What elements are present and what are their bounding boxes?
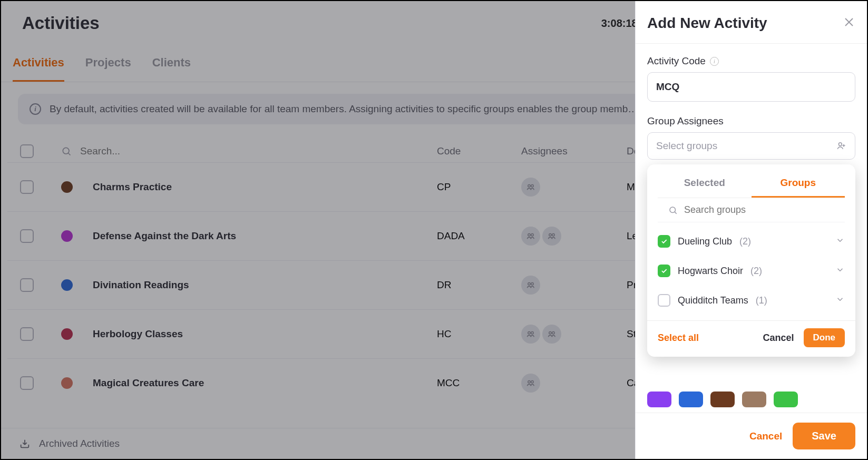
color-swatch[interactable] bbox=[774, 392, 798, 407]
panel-save-button[interactable]: Save bbox=[793, 423, 855, 449]
group-name: Quidditch Teams bbox=[678, 295, 748, 306]
color-swatch[interactable] bbox=[647, 392, 671, 407]
group-count: (2) bbox=[750, 266, 762, 277]
search-icon bbox=[668, 205, 678, 215]
group-select[interactable]: Select groups bbox=[647, 132, 855, 160]
group-checkbox[interactable] bbox=[658, 294, 670, 307]
dropdown-tab-groups[interactable]: Groups bbox=[752, 170, 845, 198]
panel-cancel-button[interactable]: Cancel bbox=[749, 430, 782, 442]
info-icon: i bbox=[710, 57, 719, 66]
group-checkbox[interactable] bbox=[658, 265, 670, 277]
chevron-down-icon[interactable] bbox=[835, 265, 845, 277]
add-activity-panel: Add New Activity Activity Code i Group A… bbox=[635, 1, 867, 459]
group-count: (2) bbox=[739, 236, 751, 247]
svg-point-19 bbox=[670, 207, 676, 213]
add-user-icon bbox=[836, 141, 846, 151]
group-option[interactable]: Dueling Club(2) bbox=[658, 227, 845, 256]
select-all-link[interactable]: Select all bbox=[658, 332, 753, 344]
group-assignees-label: Group Assignees bbox=[647, 115, 724, 127]
chevron-down-icon[interactable] bbox=[835, 295, 845, 307]
group-option[interactable]: Quidditch Teams(1) bbox=[658, 286, 845, 315]
group-name: Dueling Club bbox=[678, 236, 732, 247]
group-count: (1) bbox=[756, 295, 767, 306]
color-swatch[interactable] bbox=[710, 392, 735, 407]
dropdown-cancel[interactable]: Cancel bbox=[763, 332, 794, 344]
dropdown-done[interactable]: Done bbox=[804, 328, 845, 347]
group-option[interactable]: Hogwarts Choir(2) bbox=[658, 256, 845, 286]
groups-dropdown: Selected Groups Dueling Club(2)Hogwarts … bbox=[647, 164, 855, 357]
group-search-input[interactable] bbox=[684, 204, 834, 216]
activity-code-label: Activity Code bbox=[647, 55, 706, 67]
group-checkbox[interactable] bbox=[658, 235, 670, 248]
svg-point-18 bbox=[838, 143, 842, 146]
panel-title: Add New Activity bbox=[647, 15, 767, 32]
svg-line-20 bbox=[675, 212, 676, 213]
activity-code-input[interactable] bbox=[647, 72, 855, 102]
chevron-down-icon[interactable] bbox=[835, 236, 845, 248]
group-name: Hogwarts Choir bbox=[678, 266, 743, 277]
close-icon bbox=[843, 16, 855, 28]
color-swatch[interactable] bbox=[679, 392, 703, 407]
close-button[interactable] bbox=[843, 16, 855, 31]
group-select-placeholder: Select groups bbox=[656, 140, 717, 152]
color-swatch[interactable] bbox=[742, 392, 766, 407]
dropdown-tab-selected[interactable]: Selected bbox=[658, 170, 752, 198]
